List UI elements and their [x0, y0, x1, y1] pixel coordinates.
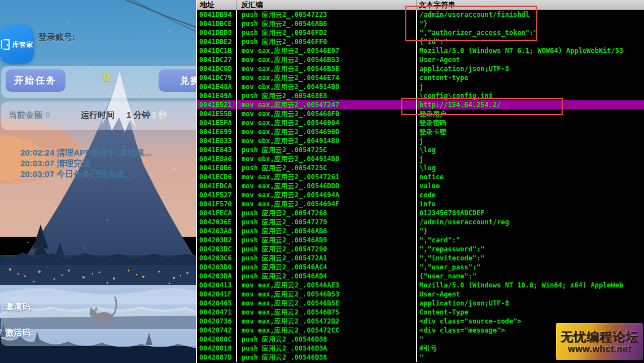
table-row[interactable]: 0041DC79mov eax,应用云2_.00546E74content-ty…	[197, 73, 644, 82]
address-cell: 0042041F	[197, 290, 236, 299]
disasm-cell: mov eax,应用云2_.00546E74	[236, 73, 416, 82]
disasm-cell: mov eax,应用云2_.005472CC	[236, 326, 416, 335]
table-row[interactable]: 00420465mov eax,应用云2_.00546B5Eapplicatio…	[197, 299, 644, 308]
disasm-cell: mov eax,应用云2_.00546E07	[236, 46, 416, 55]
status-panel: 当前金额 0 运行时间 1 分钟 3 秒	[1, 101, 196, 130]
table-row[interactable]: 0041ECD6mov eax,应用云2_.00547261notice	[197, 172, 644, 182]
table-row[interactable]: 004203A8push 应用云2_.00546AB6"}	[197, 227, 644, 236]
address-cell: 0041E8A6	[197, 154, 236, 163]
disasm-cell: push 应用云2_.0054725C	[236, 163, 416, 172]
table-row[interactable]: 0041FECApush 应用云2_.005472680123456789ABC…	[197, 209, 644, 218]
string-cell: 登录密码	[416, 118, 644, 127]
string-cell: 0123456789ABCDEF	[416, 209, 644, 218]
disasm-cell: push 应用云2_.00546AC4	[236, 263, 416, 272]
disasm-cell: push 应用云2_.00547268	[236, 209, 416, 218]
start-task-button[interactable]: 开始任务	[6, 69, 65, 92]
table-row[interactable]: 004203BCpush 应用云2_.00547290","repassword…	[197, 245, 644, 254]
log-line: 20:03:07 今日任务已经完成。.	[20, 169, 184, 179]
string-cell: {"user_name":"	[416, 272, 644, 281]
table-row[interactable]: 004203DApush 应用云2_.00546AD4{"user_name":…	[197, 272, 644, 281]
address-cell: 00420465	[197, 299, 236, 308]
address-cell: 00420413	[197, 281, 236, 290]
table-row[interactable]: 004203C6push 应用云2_.005472A1","invitecode…	[197, 254, 644, 263]
app-logo[interactable]: 库管家	[0, 25, 34, 64]
strings-table: 地址 反汇编 文本字符串 0041DB94push 应用云2_.00547223…	[196, 0, 644, 363]
table-row[interactable]: 0041E843push 应用云2_.0054725C\log	[197, 145, 644, 154]
task-panel: 开始任务 0 兑换	[1, 66, 196, 98]
table-row[interactable]: 0042036Epush 应用云2_.00547279/admin/userac…	[197, 218, 644, 227]
table-row[interactable]: 0041E8A6mov ebx,应用云2_.004914B0j	[197, 154, 644, 163]
column-header-disasm[interactable]: 反汇编	[236, 0, 416, 10]
disasm-cell: push 应用云2_.00546D38	[236, 335, 416, 344]
address-cell: 0041ECD6	[197, 172, 236, 182]
address-cell: 0041DC1B	[197, 46, 236, 55]
disasm-cell: mov eax,应用云2_.00546904	[236, 118, 416, 127]
disasm-cell: mov ebx,应用云2_.004914B0	[236, 136, 416, 145]
table-row[interactable]: 0041DC27mov eax,应用云2_.00546B53User-Agent	[197, 55, 644, 64]
table-row[interactable]: 0041E833mov ebx,应用云2_.004914B0j	[197, 136, 644, 145]
address-cell: 004203D0	[197, 263, 236, 272]
table-row[interactable]: 0041F570mov eax,应用云2_.0054694Finfo	[197, 200, 644, 209]
address-cell: 0041E521	[197, 100, 236, 109]
log-line: 20:03:07 清理完成.	[20, 158, 184, 169]
string-cell: \log	[416, 145, 644, 154]
table-row[interactable]: 0041DC6Dmov eax,应用云2_.00546B5Eapplicatio…	[197, 64, 644, 73]
table-row[interactable]: 0042041Fmov eax,应用云2_.00546B53User-Agent	[197, 290, 644, 299]
counter-value: 0	[103, 70, 109, 85]
disasm-cell: push 应用云2_.00547279	[236, 218, 416, 227]
table-body: 0041DB94push 应用云2_.00547223/admin/userac…	[197, 10, 644, 362]
watermark-title: 无忧编程论坛	[560, 330, 638, 344]
string-cell: User-Agent	[416, 55, 644, 64]
table-row[interactable]: 0041EDCAmov eax,应用云2_.00546DDDvalue	[197, 182, 644, 191]
watermark: 无忧编程论坛 www.whct.net	[556, 323, 643, 360]
string-cell: j	[416, 136, 644, 145]
code-panel: 邀请码: 激活码:	[1, 296, 196, 346]
address-cell: 0042036E	[197, 218, 236, 227]
address-cell: 0041DBD8	[197, 28, 236, 37]
amount-value: 0	[45, 110, 50, 119]
log-list: 20:02:24 清理APP缓存中,请稍候...20:03:07 清理完成.20…	[20, 147, 184, 179]
string-cell: j	[416, 154, 644, 163]
exchange-button[interactable]: 兑换	[159, 69, 196, 92]
string-cell: Mozilla/5.0 (Windows NT 10.0; Win64; x64…	[416, 281, 644, 290]
table-row[interactable]: 00420413mov eax,应用云2_.00546AE3Mozilla/5.…	[197, 281, 644, 290]
string-cell: application/json;UTF-8	[416, 299, 644, 308]
table-row[interactable]: 0041F527mov eax,应用云2_.0054694Acode	[197, 191, 644, 200]
table-row[interactable]: 0041E48Amov ebx,应用云2_.004914B0j	[197, 82, 644, 91]
table-row[interactable]: 00420471mov eax,应用云2_.00546B75Content-Ty…	[197, 308, 644, 317]
table-row[interactable]: 0041E8B6push 应用云2_.0054725C\log	[197, 163, 644, 172]
disasm-cell: push 应用云2_.00546AB6	[236, 19, 416, 28]
string-cell: ","invitecode":"	[416, 254, 644, 263]
address-cell: 0041E8B6	[197, 163, 236, 172]
table-row[interactable]: 0041E699mov eax,应用云2_.0054690D登录卡密	[197, 127, 644, 136]
disasm-cell: mov eax,应用云2_.00546B53	[236, 55, 416, 64]
address-cell: 004203C6	[197, 254, 236, 263]
address-cell: 00420742	[197, 326, 236, 335]
column-header-address[interactable]: 地址	[197, 0, 236, 10]
address-cell: 0041E699	[197, 127, 236, 136]
disasm-cell: mov eax,应用云2_.005468FB	[236, 109, 416, 118]
runtime-label: 运行时间	[81, 110, 115, 121]
app-panel: 库管家 登录账号: 开始任务 0 兑换 当前金额 0 运行时间 1 分钟 3 秒…	[0, 0, 196, 363]
string-cell: \log	[416, 163, 644, 172]
disasm-cell: push 应用云2_.005468E8	[236, 91, 416, 100]
string-cell: User-Agent	[416, 290, 644, 299]
table-row[interactable]: 0041E5FAmov eax,应用云2_.00546904登录密码	[197, 118, 644, 127]
disasm-cell: push 应用云2_.00546D38	[236, 353, 416, 362]
table-row[interactable]: 0041DC1Bmov eax,应用云2_.00546E07Mozilla/5.…	[197, 46, 644, 55]
address-cell: 0041E49A	[197, 91, 236, 100]
string-cell: ","repassword":"	[416, 245, 644, 254]
screenshot-root: 库管家 登录账号: 开始任务 0 兑换 当前金额 0 运行时间 1 分钟 3 秒…	[0, 0, 644, 363]
annotation-box-top	[405, 6, 537, 41]
disasm-cell: mov eax,应用云2_.0054694A	[236, 191, 416, 200]
string-cell: Content-Type	[416, 308, 644, 317]
table-row[interactable]: 004203D0push 应用云2_.00546AC4","user_pass"…	[197, 263, 644, 272]
table-row[interactable]: 004203B2push 应用云2_.00546AB9","card":"	[197, 236, 644, 245]
disasm-cell: push 应用云2_.00546FD2	[236, 28, 416, 37]
disasm-cell: mov eax,应用云2_.0054690D	[236, 127, 416, 136]
address-cell: 0041DBE2	[197, 37, 236, 46]
string-cell: ","card":"	[416, 236, 644, 245]
address-cell: 004203A8	[197, 227, 236, 236]
disasm-cell: mov ebx,应用云2_.004914B0	[236, 82, 416, 91]
string-cell: j	[416, 82, 644, 91]
